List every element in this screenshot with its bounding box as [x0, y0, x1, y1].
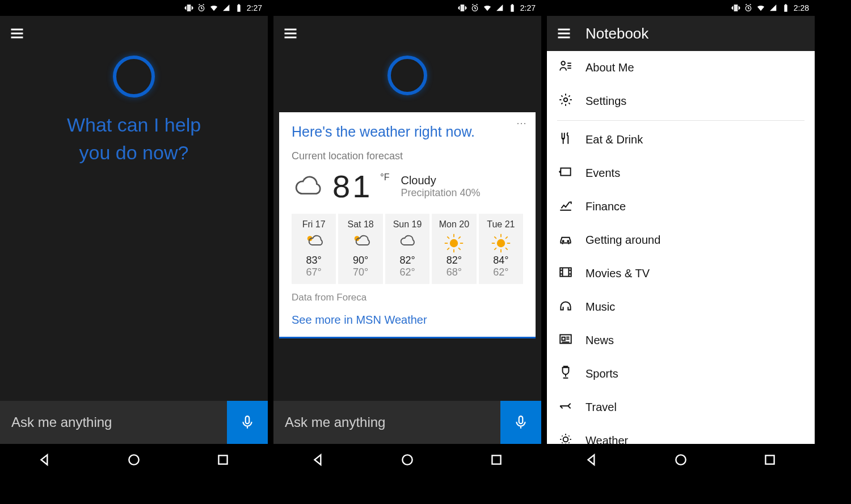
back-button[interactable]: [584, 452, 599, 467]
notebook-item-car[interactable]: Getting around: [547, 223, 815, 257]
notebook-item-label: Sports: [585, 367, 618, 380]
car-icon: [558, 231, 573, 249]
forecast-day[interactable]: Sun 1982°62°: [385, 214, 429, 284]
notebook-item-weather[interactable]: Weather: [547, 424, 815, 444]
forecast-row: Fri 1783°67°Sat 1890°70°Sun 1982°62°Mon …: [292, 214, 523, 284]
cortana-ring-icon: [113, 56, 155, 98]
svg-point-26: [402, 455, 412, 464]
menu-button[interactable]: [283, 26, 298, 41]
notebook-item-label: Weather: [585, 434, 628, 444]
alarm-icon: [470, 3, 479, 12]
battery-icon: [234, 3, 243, 12]
status-bar: 2:27: [273, 0, 541, 16]
home-button[interactable]: [127, 452, 141, 467]
forecast-day[interactable]: Mon 2082°68°: [432, 214, 476, 284]
svg-rect-3: [219, 455, 228, 464]
forecast-day[interactable]: Sat 1890°70°: [338, 214, 382, 284]
forecast-day[interactable]: Tue 2184°62°: [479, 214, 523, 284]
finance-icon: [558, 198, 573, 215]
forecast-low: 68°: [433, 266, 475, 278]
notebook-item-finance[interactable]: Finance: [547, 190, 815, 223]
screen-notebook: 2:28 Notebook About MeSettingsEat & Drin…: [547, 0, 815, 476]
music-icon: [558, 298, 573, 316]
card-more-button[interactable]: ⋯: [516, 117, 528, 129]
notebook-item-eat[interactable]: Eat & Drink: [547, 123, 815, 156]
notebook-item-events[interactable]: Events: [547, 156, 815, 190]
forecast-day-label: Fri 17: [293, 219, 335, 230]
notebook-item-label: Events: [585, 167, 620, 180]
settings-icon: [558, 92, 573, 110]
notebook-item-label: Getting around: [585, 234, 660, 247]
svg-line-23: [505, 236, 508, 239]
notebook-item-label: Movies & TV: [585, 267, 650, 280]
notebook-item-travel[interactable]: Travel: [547, 391, 815, 424]
notebook-item-sports[interactable]: Sports: [547, 357, 815, 391]
android-nav: [547, 444, 815, 476]
notebook-item-label: Music: [585, 300, 615, 314]
condition: Cloudy: [401, 174, 480, 187]
ask-input[interactable]: Ask me anything: [0, 401, 227, 444]
news-icon: [558, 332, 573, 349]
forecast-sunny-icon: [444, 233, 464, 250]
divider: [557, 120, 804, 121]
forecast-day-label: Sun 19: [386, 219, 428, 230]
forecast-high: 90°: [339, 255, 381, 266]
back-button[interactable]: [311, 452, 326, 467]
mic-button[interactable]: [500, 401, 541, 444]
movies-icon: [558, 265, 573, 282]
vibrate-icon: [458, 3, 467, 12]
home-button[interactable]: [400, 452, 415, 467]
temp-unit: °F: [380, 172, 389, 183]
svg-line-13: [459, 248, 461, 250]
forecast-day[interactable]: Fri 1783°67°: [292, 214, 336, 284]
events-icon: [558, 164, 573, 182]
forecast-high: 82°: [433, 255, 475, 266]
notebook-item-settings[interactable]: Settings: [547, 84, 815, 118]
notebook-item-news[interactable]: News: [547, 324, 815, 357]
forecast-partly-icon: [351, 233, 371, 250]
forecast-high: 82°: [386, 255, 428, 266]
battery-icon: [781, 3, 790, 12]
recent-button[interactable]: [216, 452, 230, 467]
notebook-item-about[interactable]: About Me: [547, 51, 815, 84]
alarm-icon: [197, 3, 206, 12]
menu-button[interactable]: [9, 26, 25, 41]
notebook-item-label: Travel: [585, 401, 617, 414]
weather-card[interactable]: ⋯ Here's the weather right now. Current …: [279, 112, 536, 338]
current-weather-row: 81 °F Cloudy Precipitation 40%: [292, 168, 523, 205]
app-header: [273, 16, 541, 51]
ask-input[interactable]: Ask me anything: [273, 401, 500, 444]
app-header: [0, 16, 268, 51]
svg-point-29: [561, 61, 565, 65]
ask-bar: Ask me anything: [273, 401, 541, 444]
status-bar: 2:28: [547, 0, 815, 16]
about-icon: [558, 59, 573, 77]
notebook-item-movies[interactable]: Movies & TV: [547, 257, 815, 290]
vibrate-icon: [731, 3, 740, 12]
notebook-item-music[interactable]: Music: [547, 290, 815, 324]
forecast-low: 70°: [339, 266, 381, 278]
svg-line-15: [448, 248, 450, 250]
screen-home: 2:27 What can I help you do now? Ask me …: [0, 0, 268, 476]
forecast-day-label: Tue 21: [480, 219, 522, 230]
cloud-icon: [292, 173, 325, 200]
mic-button[interactable]: [227, 401, 268, 444]
svg-line-12: [448, 236, 450, 239]
back-button[interactable]: [37, 452, 52, 467]
signal-icon: [222, 3, 231, 12]
clock: 2:28: [794, 3, 809, 12]
card-title: Here's the weather right now.: [292, 124, 523, 140]
android-nav: [273, 444, 541, 476]
notebook-body: About MeSettingsEat & DrinkEventsFinance…: [547, 51, 815, 444]
msn-weather-link[interactable]: See more in MSN Weather: [292, 314, 523, 327]
battery-icon: [508, 3, 517, 12]
recent-button[interactable]: [489, 452, 504, 467]
wifi-icon: [483, 3, 492, 12]
svg-line-14: [459, 236, 461, 239]
svg-point-7: [450, 239, 458, 247]
svg-point-31: [563, 240, 564, 242]
menu-button[interactable]: [556, 26, 572, 41]
svg-line-21: [494, 236, 496, 239]
recent-button[interactable]: [762, 452, 777, 467]
home-button[interactable]: [673, 452, 688, 467]
